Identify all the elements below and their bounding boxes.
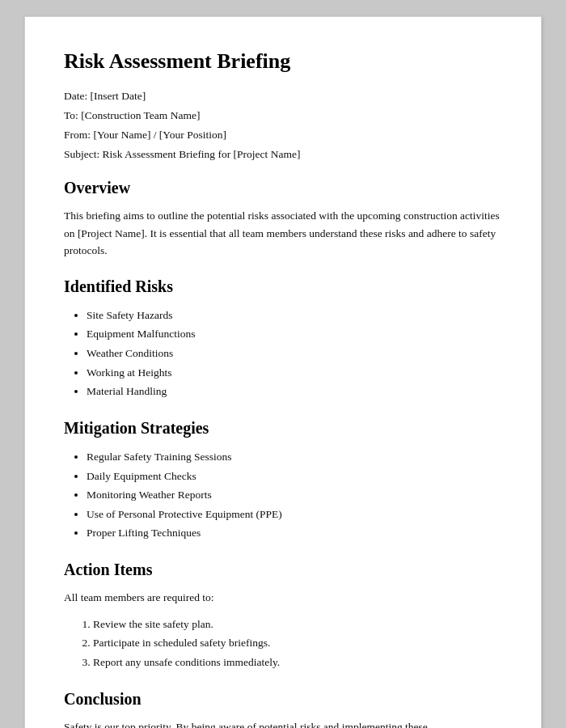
list-item: Material Handling bbox=[87, 382, 502, 401]
document-container: Risk Assessment Briefing Date: [Insert D… bbox=[24, 16, 542, 728]
list-item: Review the site safety plan. bbox=[93, 615, 502, 634]
list-item: Use of Personal Protective Equipment (PP… bbox=[87, 505, 502, 524]
meta-to: To: [Construction Team Name] bbox=[64, 109, 502, 122]
mitigation-strategies-list: Regular Safety Training Sessions Daily E… bbox=[87, 447, 502, 543]
conclusion-heading: Conclusion bbox=[64, 690, 502, 709]
meta-date: Date: [Insert Date] bbox=[64, 90, 502, 103]
meta-subject: Subject: Risk Assessment Briefing for [P… bbox=[64, 148, 502, 161]
meta-from: From: [Your Name] / [Your Position] bbox=[64, 129, 502, 142]
list-item: Daily Equipment Checks bbox=[87, 467, 502, 486]
identified-risks-list: Site Safety Hazards Equipment Malfunctio… bbox=[87, 306, 502, 401]
overview-heading: Overview bbox=[64, 179, 502, 197]
list-item: Proper Lifting Techniques bbox=[87, 523, 502, 543]
action-items-heading: Action Items bbox=[64, 561, 502, 579]
list-item: Monitoring Weather Reports bbox=[87, 485, 502, 505]
list-item: Report any unsafe conditions immediately… bbox=[93, 653, 502, 672]
overview-body: This briefing aims to outline the potent… bbox=[64, 207, 502, 260]
list-item: Participate in scheduled safety briefing… bbox=[93, 633, 502, 653]
list-item: Working at Heights bbox=[87, 363, 502, 383]
list-item: Regular Safety Training Sessions bbox=[87, 447, 502, 467]
action-items-list: Review the site safety plan. Participate… bbox=[93, 615, 502, 672]
list-item: Weather Conditions bbox=[87, 344, 502, 363]
identified-risks-heading: Identified Risks bbox=[64, 277, 502, 296]
conclusion-body: Safety is our top priority. By being awa… bbox=[64, 718, 502, 729]
list-item: Site Safety Hazards bbox=[87, 306, 502, 325]
mitigation-strategies-heading: Mitigation Strategies bbox=[64, 419, 502, 438]
list-item: Equipment Malfunctions bbox=[87, 324, 502, 344]
document-title: Risk Assessment Briefing bbox=[64, 49, 502, 74]
action-items-intro: All team members are required to: bbox=[64, 589, 502, 607]
